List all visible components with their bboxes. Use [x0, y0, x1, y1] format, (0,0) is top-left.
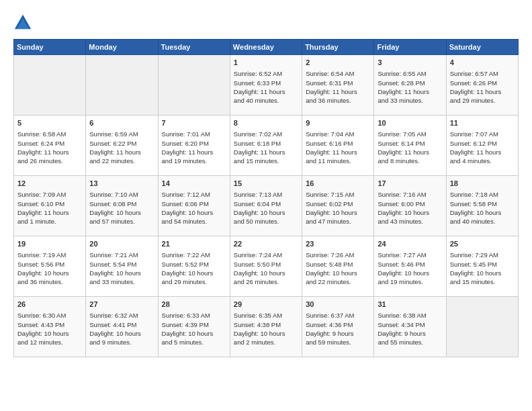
day-content: Daylight: 11 hours — [234, 87, 298, 96]
day-content: Daylight: 11 hours — [378, 87, 442, 96]
day-content: Daylight: 10 hours — [17, 269, 82, 277]
day-content: and 33 minutes. — [89, 277, 154, 286]
day-content: and 8 minutes. — [378, 156, 442, 165]
calendar-cell: 14Sunrise: 7:12 AMSunset: 6:06 PMDayligh… — [158, 176, 230, 236]
calendar-cell: 31Sunrise: 6:38 AMSunset: 4:34 PMDayligh… — [374, 297, 446, 357]
day-content: Sunset: 6:16 PM — [306, 139, 370, 148]
day-content: Sunrise: 7:15 AM — [306, 190, 370, 199]
calendar-cell: 29Sunrise: 6:35 AMSunset: 4:38 PMDayligh… — [230, 297, 302, 357]
day-content: Sunset: 6:10 PM — [17, 199, 82, 208]
day-content: Daylight: 11 hours — [378, 148, 442, 156]
day-content: Sunrise: 7:22 AM — [162, 250, 226, 259]
day-content: Daylight: 10 hours — [378, 269, 442, 277]
day-content: and 22 minutes. — [306, 277, 370, 286]
column-header-wednesday: Wednesday — [230, 40, 302, 55]
day-content: Daylight: 10 hours — [450, 269, 515, 277]
calendar-cell: 27Sunrise: 6:32 AMSunset: 4:41 PMDayligh… — [86, 297, 158, 357]
day-content: Daylight: 11 hours — [234, 148, 298, 156]
day-content: Sunrise: 6:57 AM — [450, 69, 515, 78]
day-number: 12 — [17, 179, 82, 189]
day-content: Sunset: 5:45 PM — [450, 260, 515, 269]
logo-icon — [13, 13, 32, 32]
day-number: 27 — [89, 300, 154, 310]
day-content: Sunrise: 6:37 AM — [306, 311, 370, 320]
day-content: and 4 minutes. — [450, 156, 515, 165]
day-content: Sunset: 6:06 PM — [162, 199, 226, 208]
calendar-cell: 2Sunrise: 6:54 AMSunset: 6:31 PMDaylight… — [302, 55, 374, 116]
day-number: 2 — [306, 58, 370, 68]
day-content: and 5 minutes. — [162, 338, 226, 347]
day-number: 4 — [450, 58, 515, 68]
day-content: Daylight: 10 hours — [89, 329, 154, 338]
calendar-cell — [158, 55, 230, 116]
day-content: and 19 minutes. — [162, 156, 226, 165]
day-content: and 59 minutes. — [306, 338, 370, 347]
day-content: Sunrise: 6:54 AM — [306, 69, 370, 78]
day-number: 30 — [306, 300, 370, 310]
day-content: and 40 minutes. — [450, 217, 515, 226]
day-content: Sunrise: 7:29 AM — [450, 250, 515, 259]
calendar-cell: 25Sunrise: 7:29 AMSunset: 5:45 PMDayligh… — [446, 236, 518, 297]
column-header-thursday: Thursday — [302, 40, 374, 55]
day-content: and 40 minutes. — [234, 96, 298, 105]
calendar-week-row: 26Sunrise: 6:30 AMSunset: 4:43 PMDayligh… — [14, 297, 519, 357]
day-content: Sunset: 6:26 PM — [450, 79, 515, 87]
calendar-cell: 24Sunrise: 7:27 AMSunset: 5:46 PMDayligh… — [374, 236, 446, 297]
column-header-sunday: Sunday — [14, 40, 86, 55]
calendar-cell: 10Sunrise: 7:05 AMSunset: 6:14 PMDayligh… — [374, 116, 446, 176]
day-content: Sunset: 5:48 PM — [306, 260, 370, 269]
logo — [13, 13, 35, 32]
day-content: Sunset: 6:22 PM — [89, 139, 154, 148]
day-content: Daylight: 10 hours — [234, 329, 298, 338]
day-content: Daylight: 9 hours — [378, 329, 442, 338]
day-content: Sunset: 4:41 PM — [89, 320, 154, 329]
day-content: and 50 minutes. — [234, 217, 298, 226]
day-content: Daylight: 11 hours — [17, 148, 82, 156]
day-content: Daylight: 11 hours — [450, 87, 515, 96]
day-content: Sunrise: 6:30 AM — [17, 311, 82, 320]
day-content: and 55 minutes. — [378, 338, 442, 347]
day-number: 6 — [89, 118, 154, 128]
calendar-cell: 19Sunrise: 7:19 AMSunset: 5:56 PMDayligh… — [14, 236, 86, 297]
day-content: Sunset: 6:24 PM — [17, 139, 82, 148]
day-content: Sunset: 6:31 PM — [306, 79, 370, 87]
day-content: and 15 minutes. — [234, 156, 298, 165]
day-content: and 26 minutes. — [17, 156, 82, 165]
calendar-cell: 5Sunrise: 6:58 AMSunset: 6:24 PMDaylight… — [14, 116, 86, 176]
day-content: Sunrise: 7:09 AM — [17, 190, 82, 199]
day-content: Sunset: 5:52 PM — [162, 260, 226, 269]
day-content: and 9 minutes. — [89, 338, 154, 347]
calendar-cell: 1Sunrise: 6:52 AMSunset: 6:33 PMDaylight… — [230, 55, 302, 116]
day-content: Sunset: 6:18 PM — [234, 139, 298, 148]
day-content: and 11 minutes. — [306, 156, 370, 165]
calendar-cell: 18Sunrise: 7:18 AMSunset: 5:58 PMDayligh… — [446, 176, 518, 236]
day-number: 8 — [234, 118, 298, 128]
day-content: Sunset: 6:33 PM — [234, 79, 298, 87]
day-content: Daylight: 11 hours — [17, 208, 82, 217]
day-content: Daylight: 10 hours — [306, 269, 370, 277]
day-content: Daylight: 10 hours — [89, 208, 154, 217]
calendar-cell: 26Sunrise: 6:30 AMSunset: 4:43 PMDayligh… — [14, 297, 86, 357]
calendar-cell: 16Sunrise: 7:15 AMSunset: 6:02 PMDayligh… — [302, 176, 374, 236]
day-number: 19 — [17, 239, 82, 249]
calendar-cell: 4Sunrise: 6:57 AMSunset: 6:26 PMDaylight… — [446, 55, 518, 116]
calendar-week-row: 19Sunrise: 7:19 AMSunset: 5:56 PMDayligh… — [14, 236, 519, 297]
calendar-cell: 30Sunrise: 6:37 AMSunset: 4:36 PMDayligh… — [302, 297, 374, 357]
day-content: Sunrise: 7:13 AM — [234, 190, 298, 199]
day-number: 31 — [378, 300, 442, 310]
day-content: and 36 minutes. — [17, 277, 82, 286]
day-number: 1 — [234, 58, 298, 68]
day-content: Sunset: 6:02 PM — [306, 199, 370, 208]
day-number: 21 — [162, 239, 226, 249]
day-content: Daylight: 10 hours — [306, 208, 370, 217]
day-content: and 57 minutes. — [89, 217, 154, 226]
day-content: and 12 minutes. — [17, 338, 82, 347]
day-content: Daylight: 11 hours — [89, 148, 154, 156]
calendar-week-row: 12Sunrise: 7:09 AMSunset: 6:10 PMDayligh… — [14, 176, 519, 236]
day-content: Daylight: 10 hours — [234, 208, 298, 217]
calendar-cell — [14, 55, 86, 116]
day-number: 20 — [89, 239, 154, 249]
day-content: Sunset: 6:20 PM — [162, 139, 226, 148]
day-content: Daylight: 10 hours — [89, 269, 154, 277]
day-content: Sunset: 5:56 PM — [17, 260, 82, 269]
